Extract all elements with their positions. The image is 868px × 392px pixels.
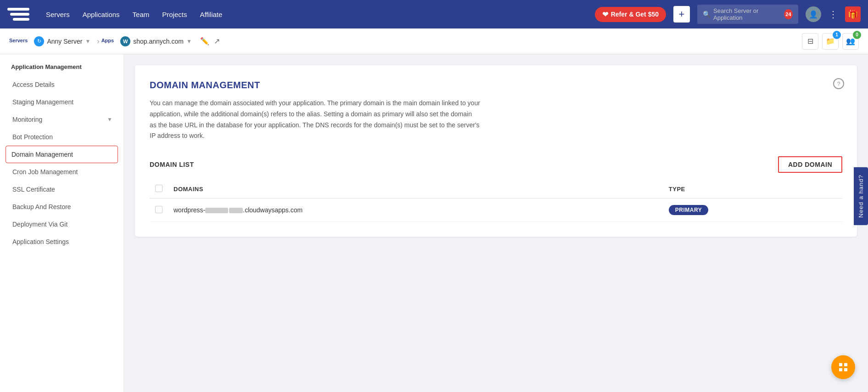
search-placeholder: Search Server or Application: [713, 7, 779, 21]
fab-grid-icon: [838, 362, 849, 373]
users-button[interactable]: 👥 0: [842, 33, 859, 50]
svg-rect-2: [13, 18, 29, 21]
edit-icon[interactable]: ✏️: [200, 37, 209, 45]
files-icon: 📁: [826, 37, 835, 45]
sidebar-item-access-details[interactable]: Access Details: [0, 76, 123, 93]
need-a-hand-label: Need a hand?: [857, 175, 864, 218]
search-icon: 🔍: [703, 11, 711, 18]
app-name: shop.annych.com: [133, 38, 184, 45]
sidebar-item-label: SSL Certificate: [12, 186, 55, 193]
type-column-header: TYPE: [663, 180, 842, 199]
server-icon: ↻: [34, 36, 44, 46]
sidebar-item-label: Application Settings: [12, 238, 69, 245]
content-card: ? DOMAIN MANAGEMENT You can manage the d…: [135, 65, 857, 237]
row-checkbox-cell: [150, 199, 168, 222]
users-badge: 0: [853, 31, 861, 39]
primary-badge: PRIMARY: [669, 205, 708, 215]
heart-icon: ❤: [602, 10, 608, 19]
need-a-hand-panel[interactable]: Need a hand?: [854, 167, 868, 225]
svg-rect-3: [839, 363, 842, 366]
type-cell: PRIMARY: [663, 199, 842, 222]
domain-blurred-2: [229, 208, 243, 213]
gift-button[interactable]: 🎁: [845, 6, 861, 22]
nav-servers[interactable]: Servers: [40, 8, 75, 21]
sidebar-item-cron-job[interactable]: Cron Job Management: [0, 163, 123, 181]
apps-label[interactable]: Apps: [101, 38, 114, 43]
add-button[interactable]: +: [673, 6, 690, 23]
sidebar-item-label: Backup And Restore: [12, 203, 71, 210]
svg-rect-0: [7, 8, 29, 11]
content-area: ? DOMAIN MANAGEMENT You can manage the d…: [124, 54, 868, 392]
checkbox-header: [150, 180, 168, 199]
breadcrumb-arrow-icon: ›: [97, 37, 99, 45]
select-all-checkbox[interactable]: [155, 185, 162, 192]
refer-label: Refer & Get $50: [611, 11, 659, 18]
sidebar-item-label: Cron Job Management: [12, 168, 78, 176]
domain-list-title: DOMAIN LIST: [150, 161, 194, 168]
svg-rect-5: [839, 368, 842, 371]
sidebar-item-ssl-certificate[interactable]: SSL Certificate: [0, 181, 123, 198]
add-domain-button[interactable]: ADD DOMAIN: [778, 156, 842, 173]
server-chevron-icon: ▼: [85, 38, 90, 45]
layout-icon: ⊟: [807, 37, 813, 45]
sidebar-item-domain-management[interactable]: Domain Management: [6, 146, 118, 163]
svg-rect-6: [844, 368, 847, 371]
sidebar-section-title: Application Management: [0, 63, 123, 76]
sidebar-item-label: Staging Management: [12, 98, 73, 106]
monitoring-chevron-icon: ▼: [107, 116, 112, 123]
search-bar[interactable]: 🔍 Search Server or Application 24: [697, 5, 798, 24]
svg-rect-1: [10, 13, 29, 16]
refer-button[interactable]: ❤ Refer & Get $50: [595, 7, 666, 22]
sidebar-item-backup-restore[interactable]: Backup And Restore: [0, 198, 123, 216]
files-button[interactable]: 📁 1: [822, 33, 839, 50]
row-checkbox[interactable]: [155, 206, 162, 213]
app-chevron-icon: ▼: [186, 38, 192, 45]
help-icon[interactable]: ?: [833, 78, 844, 89]
files-badge: 1: [833, 31, 841, 39]
avatar-icon: 👤: [809, 10, 818, 19]
notification-badge: 24: [784, 9, 793, 19]
more-options-icon[interactable]: ⋮: [827, 7, 840, 22]
external-link-icon[interactable]: ↗: [214, 37, 220, 45]
domain-prefix: wordpress-: [174, 206, 205, 214]
sidebar-item-deployment-git[interactable]: Deployment Via Git: [0, 216, 123, 233]
layout-button[interactable]: ⊟: [802, 33, 818, 50]
nav-team[interactable]: Team: [127, 8, 155, 21]
page-title: DOMAIN MANAGEMENT: [150, 80, 842, 91]
sidebar-item-staging-management[interactable]: Staging Management: [0, 93, 123, 111]
logo[interactable]: [7, 6, 29, 23]
server-name: Anny Server: [47, 38, 82, 45]
subheader-right-buttons: ⊟ 📁 1 👥 0: [802, 33, 859, 50]
fab-button[interactable]: [831, 355, 855, 379]
domain-suffix: .cloudwaysapps.com: [243, 206, 302, 214]
sidebar-item-monitoring[interactable]: Monitoring ▼: [0, 111, 123, 128]
sidebar-item-bot-protection[interactable]: Bot Protection: [0, 128, 123, 146]
sidebar: Application Management Access Details St…: [0, 54, 124, 392]
nav-applications[interactable]: Applications: [77, 8, 125, 21]
app-selector[interactable]: W shop.annych.com ▼: [116, 34, 196, 48]
sidebar-item-label: Bot Protection: [12, 133, 53, 141]
user-avatar[interactable]: 👤: [806, 6, 821, 22]
content-description: You can manage the domain associated wit…: [150, 98, 480, 142]
subheader: Servers ↻ Anny Server ▼ › Apps W shop.an…: [0, 28, 868, 54]
sidebar-item-label: Domain Management: [11, 151, 73, 158]
domain-blurred-1: [205, 208, 228, 213]
server-selector[interactable]: ↻ Anny Server ▼: [29, 34, 95, 48]
gift-icon: 🎁: [848, 9, 858, 19]
topnav: Servers Applications Team Projects Affil…: [0, 0, 868, 28]
nav-projects[interactable]: Projects: [157, 8, 192, 21]
servers-breadcrumb: Servers: [9, 38, 28, 44]
users-icon: 👥: [846, 37, 855, 45]
apps-breadcrumb: Apps: [101, 38, 114, 44]
sidebar-item-label: Access Details: [12, 81, 55, 88]
domain-list-header: DOMAIN LIST ADD DOMAIN: [150, 156, 842, 173]
sidebar-item-app-settings[interactable]: Application Settings: [0, 233, 123, 250]
svg-rect-4: [844, 363, 847, 366]
wp-icon: W: [120, 36, 130, 46]
domain-table: DOMAINS TYPE wordpress- .cloudwaysapps.c…: [150, 180, 842, 222]
nav-affiliate[interactable]: Affiliate: [194, 8, 228, 21]
servers-label[interactable]: Servers: [9, 38, 28, 43]
subheader-icons: ✏️ ↗: [200, 37, 220, 45]
sidebar-item-label: Monitoring: [12, 116, 42, 123]
table-row: wordpress- .cloudwaysapps.com PRIMARY: [150, 199, 842, 222]
